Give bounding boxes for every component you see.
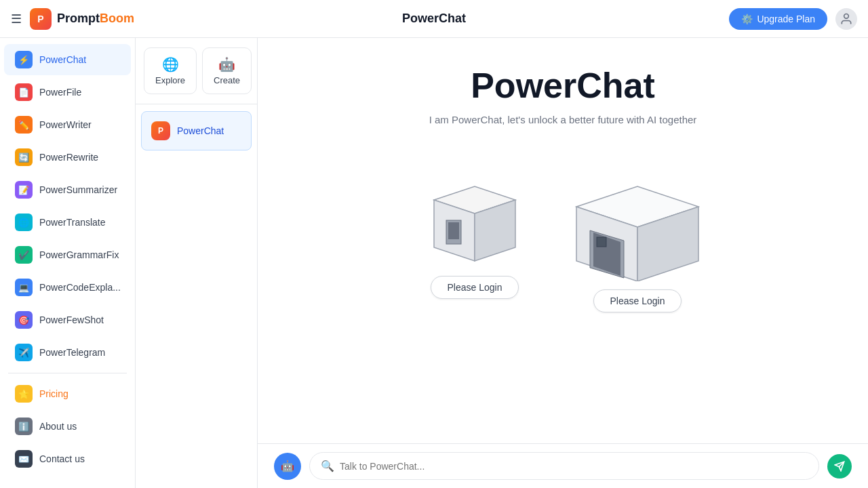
avatar[interactable] — [835, 8, 857, 30]
logo: P PromptBoom — [30, 8, 134, 30]
page-subtitle: I am PowerChat, let's unlock a better fu… — [429, 114, 697, 125]
header-right: ⚙️ Upgrade Plan — [729, 8, 857, 30]
sidebar-item-powertranslate[interactable]: 🌐 PowerTranslate — [4, 207, 131, 238]
sidebar-item-powerrewrite[interactable]: 🔄 PowerRewrite — [4, 142, 131, 173]
main-content: PowerChat I am PowerChat, let's unlock a… — [258, 38, 868, 488]
explore-button[interactable]: 🌐 Explore — [144, 47, 197, 94]
sidebar-item-pricing[interactable]: ⭐ Pricing — [4, 378, 131, 409]
panel-buttons: 🌐 Explore 🤖 Create — [136, 38, 257, 104]
sidebar: ⚡ PowerChat 📄 PowerFile ✏️ PowerWriter 🔄… — [0, 38, 136, 488]
powertelegram-icon: ✈️ — [15, 344, 33, 361]
sidebar-item-powersummarizer[interactable]: 📝 PowerSummarizer — [4, 174, 131, 205]
robot-icon: 🤖 — [281, 460, 294, 472]
create-button[interactable]: 🤖 Create — [202, 47, 252, 94]
powerfewshot-icon: 🎯 — [15, 311, 33, 329]
powerchat-icon: ⚡ — [15, 51, 33, 68]
card-large: Please Login — [563, 159, 712, 312]
contact-icon: ✉️ — [15, 450, 33, 468]
main-layout: ⚡ PowerChat 📄 PowerFile ✏️ PowerWriter 🔄… — [0, 38, 868, 488]
pricing-icon: ⭐ — [15, 385, 33, 403]
bottom-bar: 🤖 🔍 — [258, 443, 868, 488]
secondary-panel: 🌐 Explore 🤖 Create P PowerChat — [136, 38, 258, 488]
powerrewrite-icon: 🔄 — [15, 148, 33, 166]
main-inner: PowerChat I am PowerChat, let's unlock a… — [258, 38, 868, 488]
sidebar-item-about[interactable]: ℹ️ About us — [4, 411, 131, 442]
card-small: Please Login — [414, 159, 536, 299]
sidebar-item-powergrammarfix[interactable]: ✔️ PowerGrammarFix — [4, 239, 131, 270]
sidebar-item-powercodeexplain[interactable]: 💻 PowerCodeExpla... — [4, 272, 131, 303]
send-button[interactable] — [827, 454, 852, 479]
svg-point-0 — [844, 14, 849, 18]
powerwriter-icon: ✏️ — [15, 116, 33, 134]
sidebar-item-powerfile[interactable]: 📄 PowerFile — [4, 77, 131, 108]
cards-row: Please Login — [414, 159, 712, 312]
sidebar-item-contact[interactable]: ✉️ Contact us — [4, 443, 131, 474]
header-title: PowerChat — [402, 12, 466, 26]
header-left: ☰ P PromptBoom — [11, 8, 134, 30]
upgrade-button[interactable]: ⚙️ Upgrade Plan — [729, 8, 827, 30]
powerchat-entry[interactable]: P PowerChat — [141, 111, 252, 150]
about-icon: ℹ️ — [15, 418, 33, 435]
gear-icon: ⚙️ — [741, 14, 753, 24]
chat-input[interactable] — [340, 461, 808, 472]
menu-icon[interactable]: ☰ — [11, 12, 22, 26]
chat-input-container: 🔍 — [309, 452, 819, 480]
please-login-button-small[interactable]: Please Login — [431, 276, 519, 299]
powerchat-entry-logo: P — [151, 121, 170, 140]
sidebar-item-powerchat[interactable]: ⚡ PowerChat — [4, 44, 131, 75]
globe-icon: 🌐 — [162, 56, 179, 73]
sidebar-divider — [8, 373, 127, 373]
please-login-button-large[interactable]: Please Login — [593, 289, 682, 312]
header: ☰ P PromptBoom PowerChat ⚙️ Upgrade Plan — [0, 0, 868, 38]
logo-text: PromptBoom — [57, 12, 134, 26]
sidebar-item-powerfewshot[interactable]: 🎯 PowerFewShot — [4, 304, 131, 336]
powersummarizer-icon: 📝 — [15, 181, 33, 199]
svg-rect-5 — [448, 222, 459, 239]
chat-icon-button[interactable]: 🤖 — [274, 453, 301, 480]
sidebar-item-powertelegram[interactable]: ✈️ PowerTelegram — [4, 337, 131, 368]
page-title: PowerChat — [471, 65, 655, 106]
powergrammarfix-icon: ✔️ — [15, 246, 33, 264]
search-icon: 🔍 — [321, 460, 334, 472]
card-large-box — [563, 159, 712, 281]
card-small-box — [414, 159, 536, 268]
powerfile-icon: 📄 — [15, 83, 33, 101]
svg-rect-11 — [597, 237, 606, 247]
powertranslate-icon: 🌐 — [15, 214, 33, 231]
logo-icon: P — [30, 8, 52, 30]
sidebar-item-powerwriter[interactable]: ✏️ PowerWriter — [4, 109, 131, 140]
powercodeexplain-icon: 💻 — [15, 279, 33, 296]
create-icon: 🤖 — [218, 56, 235, 73]
